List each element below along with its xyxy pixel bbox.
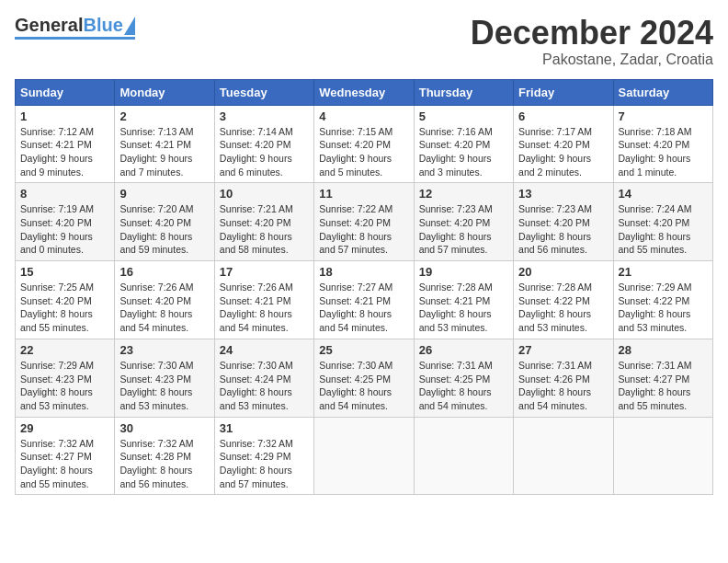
calendar-week-row: 1Sunrise: 7:12 AMSunset: 4:21 PMDaylight…	[16, 105, 713, 183]
day-number: 25	[319, 343, 408, 357]
day-info: Sunrise: 7:17 AMSunset: 4:20 PMDaylight:…	[518, 126, 592, 178]
calendar-cell: 10Sunrise: 7:21 AMSunset: 4:20 PMDayligh…	[214, 183, 313, 261]
page-title: December 2024	[471, 15, 713, 52]
calendar-cell: 18Sunrise: 7:27 AMSunset: 4:21 PMDayligh…	[314, 261, 414, 339]
day-number: 29	[20, 421, 109, 435]
calendar-cell: 21Sunrise: 7:29 AMSunset: 4:22 PMDayligh…	[613, 261, 712, 339]
calendar-cell: 26Sunrise: 7:31 AMSunset: 4:25 PMDayligh…	[414, 339, 513, 417]
calendar-table: SundayMondayTuesdayWednesdayThursdayFrid…	[15, 79, 713, 496]
calendar-cell: 23Sunrise: 7:30 AMSunset: 4:23 PMDayligh…	[115, 339, 214, 417]
day-number: 8	[20, 187, 109, 201]
calendar-cell	[613, 417, 712, 495]
calendar-cell: 6Sunrise: 7:17 AMSunset: 4:20 PMDaylight…	[514, 105, 613, 183]
day-info: Sunrise: 7:23 AMSunset: 4:20 PMDaylight:…	[419, 203, 493, 255]
page-subtitle: Pakostane, Zadar, Croatia	[471, 52, 713, 68]
day-number: 12	[419, 187, 508, 201]
day-number: 17	[220, 265, 309, 279]
day-number: 9	[119, 187, 209, 201]
day-info: Sunrise: 7:31 AMSunset: 4:26 PMDaylight:…	[518, 360, 592, 411]
logo-triangle-icon	[124, 17, 135, 35]
calendar-cell: 5Sunrise: 7:16 AMSunset: 4:20 PMDaylight…	[414, 105, 513, 183]
calendar-week-row: 22Sunrise: 7:29 AMSunset: 4:23 PMDayligh…	[16, 339, 713, 417]
day-info: Sunrise: 7:25 AMSunset: 4:20 PMDaylight:…	[20, 282, 94, 333]
day-info: Sunrise: 7:26 AMSunset: 4:21 PMDaylight:…	[220, 282, 293, 333]
day-info: Sunrise: 7:28 AMSunset: 4:21 PMDaylight:…	[419, 282, 493, 333]
day-info: Sunrise: 7:31 AMSunset: 4:27 PMDaylight:…	[619, 360, 692, 411]
calendar-cell	[314, 417, 414, 495]
calendar-cell: 4Sunrise: 7:15 AMSunset: 4:20 PMDaylight…	[314, 105, 414, 183]
weekday-header: Thursday	[414, 79, 513, 105]
logo-general-text: General	[15, 15, 83, 36]
day-info: Sunrise: 7:16 AMSunset: 4:20 PMDaylight:…	[419, 126, 493, 178]
day-info: Sunrise: 7:29 AMSunset: 4:22 PMDaylight:…	[619, 282, 692, 333]
day-info: Sunrise: 7:32 AMSunset: 4:29 PMDaylight:…	[220, 438, 293, 489]
calendar-cell: 13Sunrise: 7:23 AMSunset: 4:20 PMDayligh…	[514, 183, 613, 261]
day-info: Sunrise: 7:20 AMSunset: 4:20 PMDaylight:…	[119, 203, 193, 255]
calendar-cell: 9Sunrise: 7:20 AMSunset: 4:20 PMDaylight…	[115, 183, 214, 261]
day-info: Sunrise: 7:30 AMSunset: 4:23 PMDaylight:…	[119, 360, 193, 411]
day-info: Sunrise: 7:26 AMSunset: 4:20 PMDaylight:…	[119, 282, 193, 333]
day-info: Sunrise: 7:29 AMSunset: 4:23 PMDaylight:…	[20, 360, 94, 411]
logo-underline	[15, 37, 135, 40]
day-number: 1	[20, 109, 109, 123]
day-number: 22	[20, 343, 109, 357]
calendar-cell: 28Sunrise: 7:31 AMSunset: 4:27 PMDayligh…	[613, 339, 712, 417]
weekday-header: Monday	[115, 79, 214, 105]
weekday-header: Friday	[514, 79, 613, 105]
day-info: Sunrise: 7:32 AMSunset: 4:27 PMDaylight:…	[20, 438, 94, 489]
day-number: 10	[220, 187, 309, 201]
day-info: Sunrise: 7:19 AMSunset: 4:20 PMDaylight:…	[20, 203, 94, 255]
day-info: Sunrise: 7:28 AMSunset: 4:22 PMDaylight:…	[518, 282, 592, 333]
calendar-cell: 12Sunrise: 7:23 AMSunset: 4:20 PMDayligh…	[414, 183, 513, 261]
day-number: 24	[220, 343, 309, 357]
day-info: Sunrise: 7:30 AMSunset: 4:25 PMDaylight:…	[319, 360, 392, 411]
day-info: Sunrise: 7:12 AMSunset: 4:21 PMDaylight:…	[20, 126, 94, 178]
page-header: General Blue December 2024 Pakostane, Za…	[15, 15, 713, 68]
day-number: 20	[518, 265, 608, 279]
calendar-cell: 7Sunrise: 7:18 AMSunset: 4:20 PMDaylight…	[613, 105, 712, 183]
day-number: 19	[419, 265, 508, 279]
day-number: 4	[319, 109, 408, 123]
day-number: 14	[619, 187, 708, 201]
day-number: 30	[119, 421, 209, 435]
calendar-cell: 1Sunrise: 7:12 AMSunset: 4:21 PMDaylight…	[16, 105, 115, 183]
day-info: Sunrise: 7:32 AMSunset: 4:28 PMDaylight:…	[119, 438, 193, 489]
day-number: 2	[119, 109, 209, 123]
day-number: 7	[619, 109, 708, 123]
calendar-cell	[414, 417, 513, 495]
calendar-week-row: 15Sunrise: 7:25 AMSunset: 4:20 PMDayligh…	[16, 261, 713, 339]
day-number: 18	[319, 265, 408, 279]
calendar-cell: 31Sunrise: 7:32 AMSunset: 4:29 PMDayligh…	[214, 417, 313, 495]
day-number: 13	[518, 187, 608, 201]
calendar-cell: 19Sunrise: 7:28 AMSunset: 4:21 PMDayligh…	[414, 261, 513, 339]
weekday-header: Tuesday	[214, 79, 313, 105]
day-number: 21	[619, 265, 708, 279]
calendar-cell: 20Sunrise: 7:28 AMSunset: 4:22 PMDayligh…	[514, 261, 613, 339]
day-info: Sunrise: 7:23 AMSunset: 4:20 PMDaylight:…	[518, 203, 592, 255]
day-info: Sunrise: 7:22 AMSunset: 4:20 PMDaylight:…	[319, 203, 392, 255]
calendar-cell: 30Sunrise: 7:32 AMSunset: 4:28 PMDayligh…	[115, 417, 214, 495]
calendar-cell	[514, 417, 613, 495]
day-info: Sunrise: 7:30 AMSunset: 4:24 PMDaylight:…	[220, 360, 293, 411]
day-number: 3	[220, 109, 309, 123]
day-info: Sunrise: 7:31 AMSunset: 4:25 PMDaylight:…	[419, 360, 493, 411]
day-info: Sunrise: 7:14 AMSunset: 4:20 PMDaylight:…	[220, 126, 293, 178]
calendar-cell: 27Sunrise: 7:31 AMSunset: 4:26 PMDayligh…	[514, 339, 613, 417]
calendar-header-row: SundayMondayTuesdayWednesdayThursdayFrid…	[16, 79, 713, 105]
calendar-week-row: 29Sunrise: 7:32 AMSunset: 4:27 PMDayligh…	[16, 417, 713, 495]
title-block: December 2024 Pakostane, Zadar, Croatia	[471, 15, 713, 68]
day-info: Sunrise: 7:15 AMSunset: 4:20 PMDaylight:…	[319, 126, 392, 178]
day-info: Sunrise: 7:21 AMSunset: 4:20 PMDaylight:…	[220, 203, 293, 255]
calendar-cell: 17Sunrise: 7:26 AMSunset: 4:21 PMDayligh…	[214, 261, 313, 339]
calendar-cell: 11Sunrise: 7:22 AMSunset: 4:20 PMDayligh…	[314, 183, 414, 261]
calendar-cell: 14Sunrise: 7:24 AMSunset: 4:20 PMDayligh…	[613, 183, 712, 261]
logo-blue-text: Blue	[83, 15, 122, 36]
day-number: 6	[518, 109, 608, 123]
weekday-header: Sunday	[16, 79, 115, 105]
day-number: 31	[220, 421, 309, 435]
day-number: 27	[518, 343, 608, 357]
calendar-cell: 25Sunrise: 7:30 AMSunset: 4:25 PMDayligh…	[314, 339, 414, 417]
day-info: Sunrise: 7:27 AMSunset: 4:21 PMDaylight:…	[319, 282, 392, 333]
day-number: 16	[119, 265, 209, 279]
day-info: Sunrise: 7:24 AMSunset: 4:20 PMDaylight:…	[619, 203, 692, 255]
